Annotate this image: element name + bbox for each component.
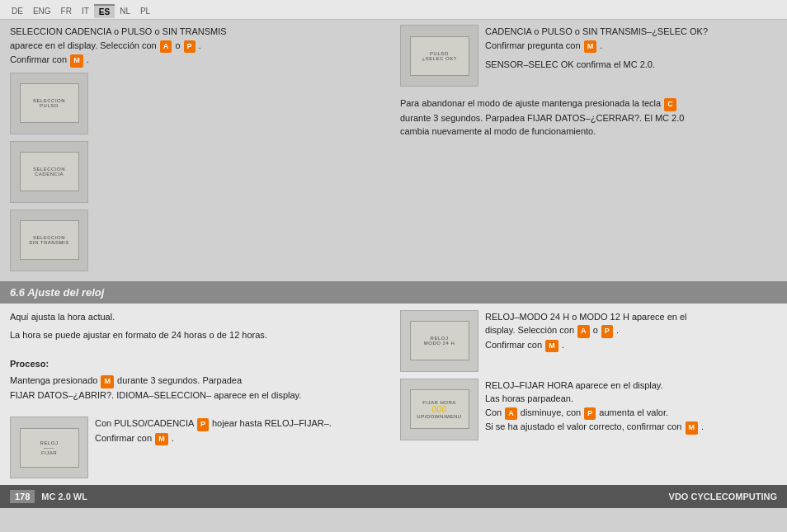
lower-col-left: Aquí ajusta la hora actual. La hora se p… — [10, 310, 387, 479]
proceso-text: Mantenga presionado M durante 3 segundos… — [10, 374, 387, 402]
footer-page: 178 — [10, 490, 35, 503]
screen-lr2: FIJAR HORA 000 UP/DOWN/MENU — [410, 389, 469, 429]
btn-m-lr1: M — [545, 340, 558, 353]
device-img-4: PULSO ¿SELEC OK? — [400, 25, 478, 87]
btn-p-lr1: P — [601, 325, 613, 338]
upper-left-text: SELECCION CADENCIA o PULSO o SIN TRANSMI… — [10, 25, 387, 68]
lang-tab-it[interactable]: IT — [77, 5, 94, 17]
btn-a-lr1: A — [577, 325, 590, 338]
proceso-label: Proceso: — [10, 357, 387, 371]
screen-2: SELECCION CADENCIA — [20, 152, 79, 191]
lower-left-pulso-text: Con PULSO/CADENCIA P hojear hasta RELOJ–… — [95, 417, 332, 450]
lang-tab-fr[interactable]: FR — [56, 5, 77, 17]
device-img-1: SELECCION PULSO — [10, 73, 88, 134]
btn-p-lower: P — [197, 418, 209, 431]
footer: 178 MC 2.0 WL VDO CYCLECOMPUTING — [0, 485, 787, 508]
right-entry-1: RELOJ MODO 24 H RELOJ–MODO 24 H o MODO 1… — [400, 310, 777, 372]
screen-lower-left: RELOJ —— FIJAR — [20, 428, 79, 468]
btn-m-lower2: M — [155, 433, 168, 446]
btn-p-lr2: P — [584, 407, 596, 421]
btn-a-lr2: A — [505, 407, 517, 421]
right-entry-1-text: RELOJ–MODO 24 H o MODO 12 H aparece en e… — [485, 310, 777, 358]
btn-m-upper-right: M — [584, 40, 597, 54]
right-entry-2-text: RELOJ–FIJAR HORA aparece en el display. … — [485, 379, 777, 440]
screen-lr1: RELOJ MODO 24 H — [410, 321, 469, 360]
upper-left-screens: SELECCION PULSO SELECCION CADENCIA SELEC… — [10, 73, 387, 275]
lang-tab-es[interactable]: ES — [94, 4, 115, 18]
device-img-3: SELECCION SIN TRANSMIS — [10, 210, 88, 271]
lower-col-right: RELOJ MODO 24 H RELOJ–MODO 24 H o MODO 1… — [400, 310, 777, 479]
section-header: 6.6 Ajuste del reloj — [0, 281, 787, 304]
screen-3: SELECCION SIN TRANSMIS — [20, 220, 79, 260]
device-img-2: SELECCION CADENCIA — [10, 141, 88, 203]
footer-left: 178 MC 2.0 WL — [10, 490, 87, 503]
btn-a-upper: A — [160, 40, 172, 54]
lang-tab-pl[interactable]: PL — [135, 5, 155, 17]
screen-4: PULSO ¿SELEC OK? — [410, 36, 469, 76]
lang-tab-eng[interactable]: ENG — [28, 5, 56, 17]
lang-tab-de[interactable]: DE — [7, 5, 28, 17]
upper-col-left: SELECCION CADENCIA o PULSO o SIN TRANSMI… — [10, 25, 387, 275]
btn-c-upper: C — [664, 98, 676, 111]
device-img-lr2: FIJAR HORA 000 UP/DOWN/MENU — [400, 379, 478, 440]
footer-brand: VDO CYCLECOMPUTING — [669, 492, 777, 501]
upper-right-text: CADENCIA o PULSO o SIN TRANSMIS–¿SELEC O… — [485, 25, 708, 77]
lang-tab-nl[interactable]: NL — [115, 5, 135, 17]
footer-model: MC 2.0 WL — [41, 492, 87, 501]
upper-col-right: PULSO ¿SELEC OK? CADENCIA o PULSO o SIN … — [400, 25, 777, 275]
abandon-text: Para abandonar el modo de ajuste manteng… — [400, 97, 777, 139]
btn-m-upper: M — [70, 54, 83, 68]
language-tabs: DE ENG FR IT ES NL PL — [0, 0, 787, 20]
upper-section: SELECCION CADENCIA o PULSO o SIN TRANSMI… — [0, 20, 787, 278]
screen-1: SELECCION PULSO — [20, 83, 79, 123]
lower-section: Aquí ajusta la hora actual. La hora se p… — [0, 304, 787, 486]
btn-m-lower: M — [101, 375, 114, 388]
right-entry-2: FIJAR HORA 000 UP/DOWN/MENU RELOJ–FIJAR … — [400, 379, 777, 440]
btn-m-lr2: M — [686, 421, 699, 435]
btn-p-upper: P — [184, 40, 196, 54]
device-img-lower-left: RELOJ —— FIJAR — [10, 417, 88, 478]
device-img-lr1: RELOJ MODO 24 H — [400, 310, 478, 372]
